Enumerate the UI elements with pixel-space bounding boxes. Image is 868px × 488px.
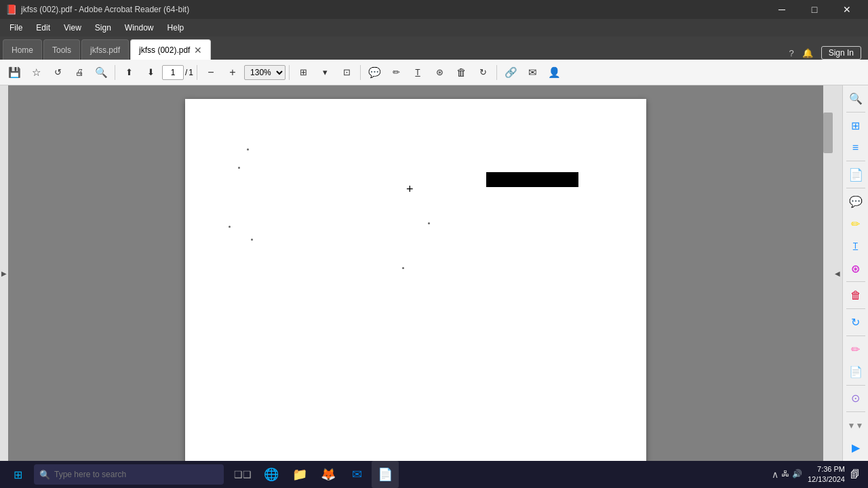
acrobat-app-button[interactable]: 📄	[372, 461, 399, 488]
rotate-button[interactable]: ↻	[473, 62, 493, 83]
zoom-in-button[interactable]: +	[222, 62, 243, 83]
rs-organize-button[interactable]: ≡	[844, 138, 867, 159]
tab-jkfss[interactable]: jkfss.pdf	[81, 39, 129, 60]
sign-in-button[interactable]: Sign In	[821, 46, 861, 60]
undo-button[interactable]: ↺	[47, 62, 68, 83]
tab-bar: Home Tools jkfss.pdf jkfss (002).pdf ✕ ?…	[0, 37, 868, 60]
taskbar-search-input[interactable]	[54, 470, 218, 479]
tab-close-button[interactable]: ✕	[194, 45, 202, 55]
tab-tools[interactable]: Tools	[43, 39, 80, 60]
title-bar: 📕 jkfss (002).pdf - Adobe Acrobat Reader…	[0, 0, 868, 19]
start-button[interactable]: ⊞	[4, 461, 31, 488]
time-display[interactable]: 7:36 PM 12/13/2024	[808, 464, 845, 485]
explorer-app-button[interactable]: 📁	[286, 461, 313, 488]
left-panel-toggle[interactable]: ▶	[0, 85, 8, 461]
scrollbar-thumb[interactable]	[823, 113, 833, 153]
taskbar-icons: ❑❑ 🌐 📁 🦊 ✉ 📄	[229, 461, 399, 488]
right-panel-toggle[interactable]: ◀	[833, 85, 842, 461]
page-number-input[interactable]	[162, 65, 184, 80]
toolbar-sep-4	[360, 65, 361, 80]
close-button[interactable]: ✕	[831, 0, 863, 19]
link-button[interactable]: 🔗	[500, 62, 521, 83]
dot-5	[251, 239, 253, 241]
minimize-button[interactable]: ─	[766, 0, 797, 19]
dot-2	[238, 167, 240, 169]
trash-button[interactable]: 🗑	[451, 62, 471, 83]
edge-app-button[interactable]: 🌐	[258, 461, 285, 488]
zoom-out-button[interactable]: −	[201, 62, 221, 83]
acrobat-icon: 📄	[378, 467, 393, 482]
search-bar[interactable]: 🔍	[34, 464, 224, 485]
rs-zoom-button[interactable]: 🔍	[844, 88, 867, 109]
rs-sep-2	[846, 161, 865, 161]
explorer-icon: 📁	[292, 467, 307, 482]
crosshair-cursor: +	[406, 182, 414, 197]
highlight-button[interactable]: ✏	[386, 62, 406, 83]
menu-view[interactable]: View	[57, 20, 88, 35]
rs-delete-button[interactable]: 🗑	[844, 285, 867, 306]
right-sidebar: 🔍 ⊞ ≡ 📄 💬 ✏ T ⊛ 🗑 ↻ ✏ 📄 ⊙ ▼▼ ▶	[842, 85, 868, 461]
rs-rotate-button[interactable]: ↻	[844, 312, 867, 333]
task-view-button[interactable]: ❑❑	[229, 461, 256, 488]
rs-edit-button[interactable]: ✏	[844, 214, 867, 235]
dot-3	[229, 226, 231, 228]
rs-comment-button[interactable]: 💬	[844, 191, 867, 212]
outlook-icon: ✉	[352, 467, 362, 482]
toolbar-sep-1	[115, 65, 115, 80]
marquee-button[interactable]: ⊡	[336, 62, 357, 83]
menu-file[interactable]: File	[3, 20, 29, 35]
menu-help[interactable]: Help	[161, 20, 191, 35]
firefox-icon: 🦊	[321, 467, 336, 482]
clock-date: 12/13/2024	[808, 474, 845, 485]
notification-icon[interactable]: 🗐	[850, 469, 860, 480]
markup-button[interactable]: T	[408, 62, 428, 83]
rs-export3-button[interactable]: 📄	[844, 361, 867, 382]
rs-draw-button[interactable]: ✏	[844, 339, 867, 360]
next-page-button[interactable]: ⬇	[140, 62, 161, 83]
scrollbar[interactable]	[823, 85, 833, 461]
rs-text-button[interactable]: T	[844, 236, 867, 257]
help-icon[interactable]: ?	[789, 48, 793, 58]
tray-chevron[interactable]: ∧	[772, 469, 778, 480]
prev-page-button[interactable]: ⬆	[119, 62, 139, 83]
rs-expand-button[interactable]: ▼▼	[844, 415, 867, 436]
tab-home[interactable]: Home	[3, 39, 42, 60]
menu-edit[interactable]: Edit	[29, 20, 57, 35]
save-button[interactable]: 💾	[4, 62, 24, 83]
toolbar-sep-2	[197, 65, 197, 80]
redaction-box	[486, 172, 578, 187]
system-tray-icons: ∧ 🖧 🔊	[772, 469, 802, 480]
window-title: jkfss (002).pdf - Adobe Acrobat Reader (…	[21, 5, 189, 14]
pdf-viewer[interactable]: + ANY RUN	[8, 85, 823, 461]
network-icon[interactable]: 🖧	[781, 469, 789, 480]
fit-button-2[interactable]: ▾	[315, 62, 335, 83]
print-button[interactable]: 🖨	[69, 62, 90, 83]
stamp-button[interactable]: ⊛	[429, 62, 450, 83]
outlook-app-button[interactable]: ✉	[343, 461, 370, 488]
rs-sep-1	[846, 112, 865, 113]
rs-fill-button[interactable]: ⊛	[844, 258, 867, 279]
rs-export-button[interactable]: ⊞	[844, 115, 867, 136]
tab-home-label: Home	[12, 45, 33, 55]
rs-export2-button[interactable]: 📄	[844, 164, 867, 185]
volume-icon[interactable]: 🔊	[792, 469, 802, 480]
rs-more-button[interactable]: ⊙	[844, 388, 867, 409]
mail-button[interactable]: ✉	[522, 62, 542, 83]
search-button[interactable]: 🔍	[91, 62, 111, 83]
fit-button[interactable]: ⊞	[293, 62, 313, 83]
maximize-button[interactable]: □	[799, 0, 830, 19]
rs-sep-3	[846, 188, 865, 188]
firefox-app-button[interactable]: 🦊	[315, 461, 342, 488]
toolbar-sep-3	[289, 65, 290, 80]
zoom-select[interactable]: 130% 100% 75% 150%	[244, 65, 285, 80]
user-button[interactable]: 👤	[544, 62, 564, 83]
rs-arrow-button[interactable]: ▶	[844, 437, 867, 458]
edge-icon: 🌐	[264, 467, 279, 482]
menu-sign[interactable]: Sign	[88, 20, 118, 35]
bell-icon[interactable]: 🔔	[802, 48, 813, 58]
tab-jkfss002[interactable]: jkfss (002).pdf ✕	[130, 39, 211, 60]
taskbar-right: ∧ 🖧 🔊 7:36 PM 12/13/2024 🗐	[772, 464, 864, 485]
comment-button[interactable]: 💬	[364, 62, 384, 83]
menu-window[interactable]: Window	[118, 20, 161, 35]
bookmark-button[interactable]: ☆	[26, 62, 46, 83]
